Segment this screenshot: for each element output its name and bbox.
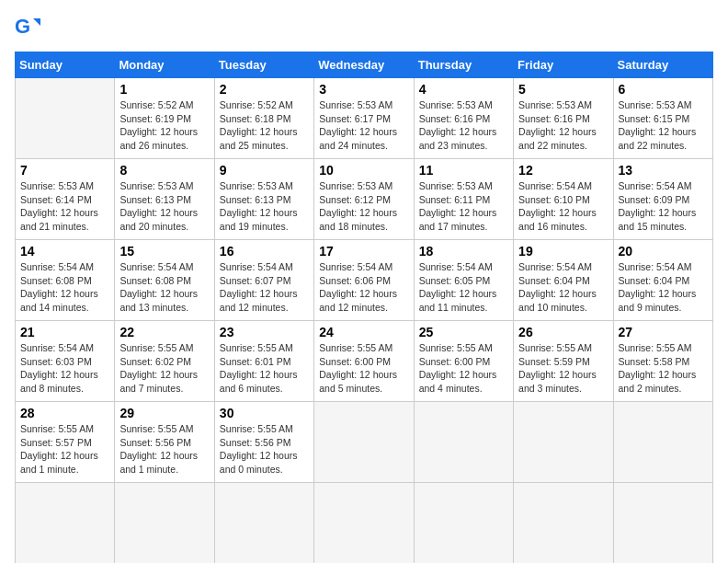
day-number: 18 [419, 244, 508, 259]
day-info: Sunrise: 5:55 AM Sunset: 5:59 PM Dayligh… [518, 341, 608, 396]
header: G [15, 15, 713, 40]
svg-text:G: G [15, 15, 30, 38]
day-number: 20 [619, 244, 708, 259]
calendar-cell: 15Sunrise: 5:54 AM Sunset: 6:08 PM Dayli… [115, 240, 214, 321]
calendar-cell: 26Sunrise: 5:55 AM Sunset: 5:59 PM Dayli… [514, 321, 613, 402]
day-number: 6 [619, 82, 708, 97]
calendar-cell [214, 483, 313, 564]
day-number: 4 [419, 82, 508, 97]
calendar-cell: 9Sunrise: 5:53 AM Sunset: 6:13 PM Daylig… [214, 159, 313, 240]
day-info: Sunrise: 5:52 AM Sunset: 6:18 PM Dayligh… [220, 98, 309, 153]
calendar-cell [514, 402, 613, 483]
day-info: Sunrise: 5:55 AM Sunset: 6:00 PM Dayligh… [419, 341, 508, 396]
day-info: Sunrise: 5:54 AM Sunset: 6:10 PM Dayligh… [518, 179, 608, 234]
day-number: 26 [518, 325, 608, 339]
day-number: 19 [518, 244, 608, 259]
calendar-cell: 10Sunrise: 5:53 AM Sunset: 6:12 PM Dayli… [314, 159, 414, 240]
weekday-header-friday: Friday [514, 52, 613, 78]
calendar-cell [613, 402, 712, 483]
day-number: 1 [119, 82, 209, 97]
calendar-week-row: 14Sunrise: 5:54 AM Sunset: 6:08 PM Dayli… [16, 240, 713, 321]
calendar-cell: 27Sunrise: 5:55 AM Sunset: 5:58 PM Dayli… [613, 321, 712, 402]
calendar-cell: 28Sunrise: 5:55 AM Sunset: 5:57 PM Dayli… [16, 402, 115, 483]
weekday-header-thursday: Thursday [414, 52, 513, 78]
day-info: Sunrise: 5:55 AM Sunset: 5:57 PM Dayligh… [20, 422, 109, 477]
day-info: Sunrise: 5:54 AM Sunset: 6:03 PM Dayligh… [20, 341, 109, 396]
calendar-cell: 23Sunrise: 5:55 AM Sunset: 6:01 PM Dayli… [214, 321, 313, 402]
day-number: 5 [518, 82, 608, 97]
calendar-cell [514, 483, 613, 564]
day-number: 16 [220, 244, 309, 259]
calendar-cell: 21Sunrise: 5:54 AM Sunset: 6:03 PM Dayli… [16, 321, 115, 402]
day-number: 13 [619, 163, 708, 178]
calendar-cell: 24Sunrise: 5:55 AM Sunset: 6:00 PM Dayli… [314, 321, 414, 402]
day-number: 23 [220, 325, 309, 339]
day-number: 22 [119, 325, 209, 339]
day-info: Sunrise: 5:53 AM Sunset: 6:11 PM Dayligh… [419, 179, 508, 234]
calendar-cell: 4Sunrise: 5:53 AM Sunset: 6:16 PM Daylig… [414, 78, 513, 159]
day-number: 9 [220, 163, 309, 178]
calendar-cell: 14Sunrise: 5:54 AM Sunset: 6:08 PM Dayli… [16, 240, 115, 321]
day-info: Sunrise: 5:54 AM Sunset: 6:04 PM Dayligh… [518, 260, 608, 315]
day-info: Sunrise: 5:53 AM Sunset: 6:13 PM Dayligh… [220, 179, 309, 234]
day-number: 25 [419, 325, 508, 339]
day-info: Sunrise: 5:55 AM Sunset: 5:58 PM Dayligh… [619, 341, 708, 396]
calendar-cell: 5Sunrise: 5:53 AM Sunset: 6:16 PM Daylig… [514, 78, 613, 159]
calendar-week-row: 21Sunrise: 5:54 AM Sunset: 6:03 PM Dayli… [16, 321, 713, 402]
calendar-cell: 20Sunrise: 5:54 AM Sunset: 6:04 PM Dayli… [613, 240, 712, 321]
day-info: Sunrise: 5:55 AM Sunset: 5:56 PM Dayligh… [119, 422, 209, 477]
calendar-cell [314, 483, 414, 564]
weekday-header-wednesday: Wednesday [314, 52, 414, 78]
calendar-cell: 2Sunrise: 5:52 AM Sunset: 6:18 PM Daylig… [214, 78, 313, 159]
day-number: 24 [319, 325, 408, 339]
day-number: 29 [119, 406, 209, 420]
calendar-cell [414, 402, 513, 483]
day-number: 27 [619, 325, 708, 339]
day-number: 7 [20, 163, 109, 178]
calendar-cell: 16Sunrise: 5:54 AM Sunset: 6:07 PM Dayli… [214, 240, 313, 321]
day-info: Sunrise: 5:54 AM Sunset: 6:09 PM Dayligh… [619, 179, 708, 234]
weekday-header-tuesday: Tuesday [214, 52, 313, 78]
day-info: Sunrise: 5:53 AM Sunset: 6:14 PM Dayligh… [20, 179, 109, 234]
calendar: SundayMondayTuesdayWednesdayThursdayFrid… [15, 52, 713, 563]
calendar-cell [414, 483, 513, 564]
calendar-week-row: 1Sunrise: 5:52 AM Sunset: 6:19 PM Daylig… [16, 78, 713, 159]
calendar-cell: 12Sunrise: 5:54 AM Sunset: 6:10 PM Dayli… [514, 159, 613, 240]
day-info: Sunrise: 5:53 AM Sunset: 6:12 PM Dayligh… [319, 179, 408, 234]
calendar-cell: 18Sunrise: 5:54 AM Sunset: 6:05 PM Dayli… [414, 240, 513, 321]
day-number: 8 [119, 163, 209, 178]
calendar-cell: 17Sunrise: 5:54 AM Sunset: 6:06 PM Dayli… [314, 240, 414, 321]
calendar-cell [16, 483, 115, 564]
calendar-cell: 19Sunrise: 5:54 AM Sunset: 6:04 PM Dayli… [514, 240, 613, 321]
day-info: Sunrise: 5:55 AM Sunset: 6:02 PM Dayligh… [119, 341, 209, 396]
day-info: Sunrise: 5:53 AM Sunset: 6:16 PM Dayligh… [419, 98, 508, 153]
day-number: 10 [319, 163, 408, 178]
weekday-header-row: SundayMondayTuesdayWednesdayThursdayFrid… [16, 52, 713, 78]
weekday-header-monday: Monday [115, 52, 214, 78]
day-info: Sunrise: 5:53 AM Sunset: 6:15 PM Dayligh… [619, 98, 708, 153]
calendar-cell: 3Sunrise: 5:53 AM Sunset: 6:17 PM Daylig… [314, 78, 414, 159]
calendar-cell [16, 78, 115, 159]
calendar-cell: 7Sunrise: 5:53 AM Sunset: 6:14 PM Daylig… [16, 159, 115, 240]
calendar-week-row [16, 483, 713, 564]
day-info: Sunrise: 5:53 AM Sunset: 6:17 PM Dayligh… [319, 98, 408, 153]
day-info: Sunrise: 5:54 AM Sunset: 6:05 PM Dayligh… [419, 260, 508, 315]
calendar-week-row: 28Sunrise: 5:55 AM Sunset: 5:57 PM Dayli… [16, 402, 713, 483]
calendar-cell: 25Sunrise: 5:55 AM Sunset: 6:00 PM Dayli… [414, 321, 513, 402]
day-number: 30 [220, 406, 309, 420]
calendar-week-row: 7Sunrise: 5:53 AM Sunset: 6:14 PM Daylig… [16, 159, 713, 240]
calendar-cell: 30Sunrise: 5:55 AM Sunset: 5:56 PM Dayli… [214, 402, 313, 483]
weekday-header-sunday: Sunday [16, 52, 115, 78]
svg-marker-1 [33, 18, 40, 26]
logo-icon: G [15, 15, 40, 40]
calendar-cell: 11Sunrise: 5:53 AM Sunset: 6:11 PM Dayli… [414, 159, 513, 240]
calendar-cell: 13Sunrise: 5:54 AM Sunset: 6:09 PM Dayli… [613, 159, 712, 240]
day-info: Sunrise: 5:55 AM Sunset: 6:00 PM Dayligh… [319, 341, 408, 396]
day-info: Sunrise: 5:54 AM Sunset: 6:08 PM Dayligh… [20, 260, 109, 315]
calendar-cell: 6Sunrise: 5:53 AM Sunset: 6:15 PM Daylig… [613, 78, 712, 159]
day-number: 11 [419, 163, 508, 178]
calendar-cell: 29Sunrise: 5:55 AM Sunset: 5:56 PM Dayli… [115, 402, 214, 483]
calendar-cell [115, 483, 214, 564]
calendar-cell [314, 402, 414, 483]
day-info: Sunrise: 5:55 AM Sunset: 5:56 PM Dayligh… [220, 422, 309, 477]
